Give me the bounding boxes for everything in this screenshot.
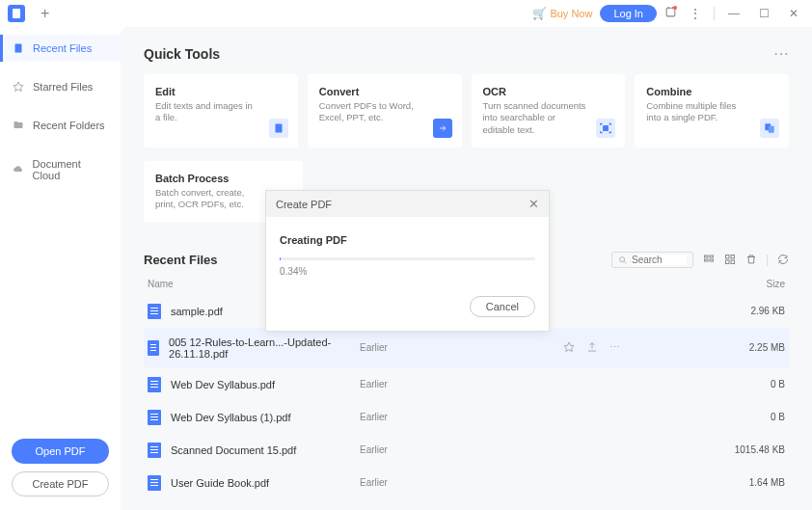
pdf-file-icon [148, 475, 161, 491]
tool-card-convert[interactable]: Convert Convert PDFs to Word, Excel, PPT… [308, 74, 462, 148]
file-size: 1.64 MB [717, 477, 785, 488]
file-row[interactable]: Web Dev Syllabus.pdf Earlier 0 B [144, 368, 789, 401]
cancel-button[interactable]: Cancel [470, 296, 535, 317]
row-more-icon[interactable]: ⋯ [609, 341, 620, 355]
file-time: Earlier [360, 477, 466, 488]
new-tab-button[interactable]: + [41, 5, 49, 22]
search-input-wrapper[interactable] [611, 252, 693, 268]
trash-icon[interactable] [745, 252, 757, 269]
refresh-icon[interactable] [777, 252, 789, 269]
ocr-icon [596, 119, 615, 138]
sidebar-item-document-cloud[interactable]: Document Cloud [0, 150, 121, 189]
svg-rect-1 [15, 44, 22, 53]
modal-title: Creating PDF [280, 234, 535, 246]
file-size: 2.96 KB [717, 306, 785, 316]
file-name: sample.pdf [171, 306, 223, 317]
tool-desc: Batch convert, create, print, OCR PDFs, … [155, 187, 264, 211]
sidebar-item-starred-files[interactable]: Starred Files [0, 73, 121, 100]
sidebar-item-recent-files[interactable]: Recent Files [0, 35, 121, 62]
grid-view-icon[interactable] [724, 252, 736, 269]
star-icon[interactable] [563, 341, 575, 355]
file-row[interactable]: 005 12-Rules-to-Learn...-Updated-26.11.1… [144, 328, 789, 368]
sidebar-item-label: Document Cloud [33, 158, 109, 181]
tool-card-edit[interactable]: Edit Edit texts and images in a file. [144, 74, 298, 148]
svg-rect-12 [726, 255, 730, 258]
tool-title: Combine [646, 86, 777, 97]
sidebar-item-label: Recent Files [33, 42, 92, 54]
file-time: Earlier [360, 342, 466, 353]
file-name: User Guide Book.pdf [171, 477, 269, 489]
notification-icon[interactable] [664, 6, 677, 21]
edit-icon [269, 119, 288, 138]
upload-icon[interactable] [586, 341, 598, 355]
svg-rect-15 [731, 260, 735, 264]
file-name: Web Dev Syllabus.pdf [171, 379, 275, 390]
svg-rect-4 [604, 126, 609, 131]
file-row[interactable]: Scanned Document 15.pdf Earlier 1015.48 … [144, 434, 789, 467]
divider [714, 7, 715, 20]
star-icon [12, 81, 25, 93]
search-icon [618, 255, 628, 265]
progress-percent: 0.34% [280, 266, 535, 277]
header-size: Size [727, 279, 785, 289]
sidebar-item-label: Recent Folders [33, 120, 105, 131]
file-row[interactable]: User Guide Book.pdf Earlier 1.64 MB [144, 467, 789, 499]
folder-icon [12, 120, 25, 131]
file-size: 0 B [717, 412, 785, 422]
open-pdf-button[interactable]: Open PDF [12, 439, 109, 464]
tool-card-ocr[interactable]: OCR Turn scanned documents into searchab… [472, 74, 626, 148]
tool-title: Convert [319, 86, 450, 97]
pdf-file-icon [148, 410, 161, 425]
pdf-file-icon [148, 443, 161, 458]
quick-tools-more-icon[interactable]: ⋯ [773, 44, 789, 63]
svg-rect-9 [710, 255, 714, 257]
convert-icon [433, 119, 452, 138]
buy-now-label: Buy Now [550, 8, 592, 19]
close-button[interactable]: ✕ [783, 5, 804, 22]
file-size: 0 B [717, 379, 785, 389]
tool-title: OCR [483, 86, 614, 97]
create-pdf-button[interactable]: Create PDF [12, 471, 109, 497]
overflow-menu-icon[interactable]: ⋮ [685, 6, 706, 21]
svg-rect-10 [705, 259, 709, 261]
file-row[interactable]: Web Dev Syllabus (1).pdf Earlier 0 B [144, 401, 789, 434]
create-pdf-modal: Create PDF ✕ Creating PDF 0.34% Cancel [265, 190, 550, 332]
tool-desc: Combine multiple files into a single PDF… [646, 100, 751, 124]
divider [767, 255, 768, 266]
file-name: Web Dev Syllabus (1).pdf [171, 412, 291, 423]
maximize-button[interactable]: ☐ [753, 5, 775, 22]
tool-desc: Turn scanned documents into searchable o… [483, 100, 588, 136]
file-time: Earlier [360, 444, 466, 455]
svg-rect-13 [731, 255, 735, 258]
sidebar: Recent Files Starred Files Recent Folder… [0, 27, 121, 510]
file-time: Earlier [360, 379, 466, 389]
tool-desc: Edit texts and images in a file. [155, 100, 260, 124]
svg-marker-2 [14, 82, 23, 92]
minimize-button[interactable]: — [722, 5, 745, 22]
modal-header-title: Create PDF [276, 199, 332, 210]
titlebar: + 🛒 Buy Now Log In ⋮ — ☐ ✕ [0, 0, 812, 27]
file-name: 005 12-Rules-to-Learn...-Updated-26.11.1… [169, 336, 360, 360]
modal-close-button[interactable]: ✕ [528, 197, 539, 211]
tool-desc: Convert PDFs to Word, Excel, PPT, etc. [319, 100, 424, 124]
file-size: 1015.48 KB [717, 444, 785, 455]
svg-rect-11 [710, 259, 714, 261]
app-logo[interactable] [8, 5, 25, 22]
svg-rect-14 [726, 260, 730, 264]
pdf-file-icon [148, 304, 161, 319]
svg-marker-16 [564, 342, 574, 352]
sidebar-item-label: Starred Files [33, 81, 93, 93]
sidebar-item-recent-folders[interactable]: Recent Folders [0, 112, 121, 139]
tool-title: Batch Process [155, 173, 291, 184]
list-view-icon[interactable] [703, 252, 715, 269]
tool-title: Edit [155, 86, 286, 97]
file-time: Earlier [360, 412, 466, 422]
login-button[interactable]: Log In [600, 5, 657, 22]
svg-point-7 [620, 256, 625, 261]
quick-tools-title: Quick Tools [144, 46, 220, 62]
tool-card-combine[interactable]: Combine Combine multiple files into a si… [635, 74, 789, 148]
doc-icon [12, 42, 25, 54]
search-input[interactable] [632, 255, 687, 265]
buy-now-link[interactable]: 🛒 Buy Now [532, 7, 592, 20]
svg-rect-6 [769, 126, 774, 133]
